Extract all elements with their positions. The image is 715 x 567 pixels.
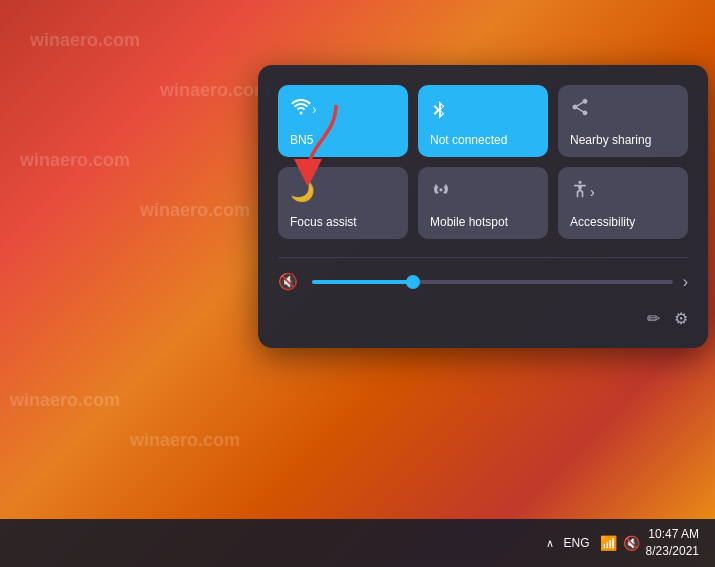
- wifi-label: BN5: [290, 133, 313, 147]
- volume-mute-icon[interactable]: 🔇: [278, 272, 302, 291]
- focus-assist-label: Focus assist: [290, 215, 357, 229]
- focus-assist-toggle-button[interactable]: 🌙 Focus assist: [278, 167, 408, 239]
- volume-fill: [312, 280, 413, 284]
- volume-thumb[interactable]: [406, 275, 420, 289]
- mobile-hotspot-icon: [430, 179, 452, 204]
- wifi-icon: [290, 97, 312, 120]
- focus-assist-moon-icon: 🌙: [290, 179, 315, 203]
- nearby-sharing-label: Nearby sharing: [570, 133, 651, 147]
- accessibility-label: Accessibility: [570, 215, 635, 229]
- panel-divider: [278, 257, 688, 258]
- taskbar-chevron-icon[interactable]: ∧: [546, 537, 554, 550]
- bluetooth-toggle-button[interactable]: Not connected: [418, 85, 548, 157]
- taskbar: ∧ ENG 📶 🔇 10:47 AM 8/23/2021: [0, 519, 715, 567]
- accessibility-icon: [570, 179, 590, 204]
- taskbar-time: 10:47 AM: [646, 526, 699, 543]
- taskbar-system-tray: ∧ ENG 📶 🔇 10:47 AM 8/23/2021: [546, 526, 705, 560]
- volume-row: 🔇 ›: [278, 272, 688, 291]
- mobile-hotspot-toggle-button[interactable]: Mobile hotspot: [418, 167, 548, 239]
- bluetooth-label: Not connected: [430, 133, 507, 147]
- taskbar-date: 8/23/2021: [646, 543, 699, 560]
- edit-icon[interactable]: ✏: [647, 309, 660, 328]
- taskbar-wifi-icon[interactable]: 📶: [600, 535, 617, 551]
- wifi-toggle-button[interactable]: › BN5: [278, 85, 408, 157]
- volume-chevron-icon[interactable]: ›: [683, 273, 688, 291]
- taskbar-language-indicator[interactable]: ENG: [564, 536, 590, 550]
- accessibility-toggle-button[interactable]: › Accessibility: [558, 167, 688, 239]
- nearby-sharing-icon: [570, 97, 590, 122]
- taskbar-volume-icon[interactable]: 🔇: [623, 535, 640, 551]
- quick-settings-panel: › BN5 Not connected: [258, 65, 708, 348]
- panel-footer: ✏ ⚙: [278, 309, 688, 328]
- accessibility-chevron-icon: ›: [590, 184, 595, 200]
- settings-icon[interactable]: ⚙: [674, 309, 688, 328]
- nearby-sharing-toggle-button[interactable]: Nearby sharing: [558, 85, 688, 157]
- mobile-hotspot-label: Mobile hotspot: [430, 215, 508, 229]
- taskbar-clock[interactable]: 10:47 AM 8/23/2021: [646, 526, 699, 560]
- toggle-buttons-grid: › BN5 Not connected: [278, 85, 688, 239]
- volume-slider[interactable]: [312, 280, 673, 284]
- wifi-chevron-icon: ›: [312, 101, 317, 117]
- bluetooth-icon: [430, 97, 448, 124]
